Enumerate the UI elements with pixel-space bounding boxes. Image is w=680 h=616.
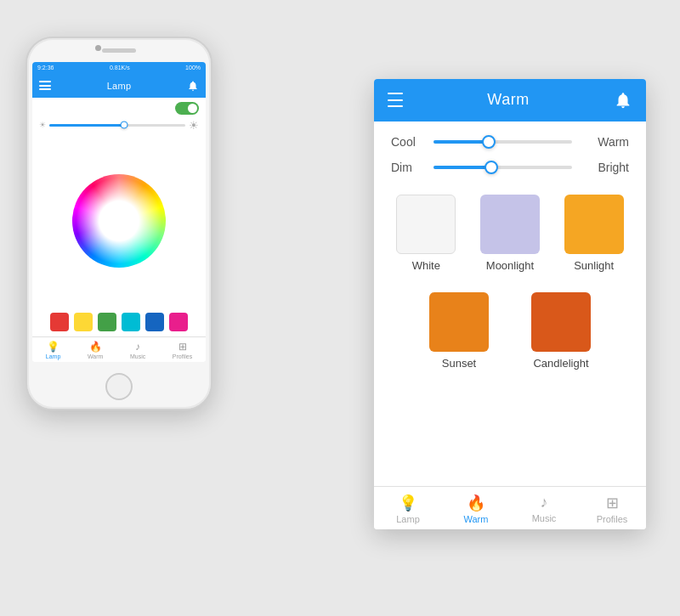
swatch-pink[interactable] bbox=[169, 313, 188, 331]
moonlight-swatch bbox=[480, 195, 540, 254]
cool-warm-slider[interactable] bbox=[434, 140, 572, 144]
preset-moonlight[interactable]: Moonlight bbox=[475, 195, 546, 272]
color-wheel[interactable] bbox=[72, 174, 166, 268]
phone-nav-lamp-label: Lamp bbox=[46, 353, 61, 359]
panel-menu-icon[interactable] bbox=[388, 93, 403, 107]
moonlight-label: Moonlight bbox=[486, 259, 534, 272]
sunlight-label: Sunlight bbox=[574, 259, 614, 272]
panel-nav-warm-label: Warm bbox=[464, 514, 489, 524]
bright-label: Bright bbox=[582, 161, 629, 174]
panel-nav-profiles-label: Profiles bbox=[597, 514, 628, 524]
dim-bright-row: Dim Bright bbox=[391, 161, 629, 174]
swatch-cyan[interactable] bbox=[122, 313, 140, 331]
warm-label: Warm bbox=[582, 135, 629, 149]
swatch-yellow[interactable] bbox=[74, 313, 93, 331]
phone-nav-lamp[interactable]: 💡 Lamp bbox=[46, 341, 61, 359]
lamp-icon: 💡 bbox=[47, 341, 60, 353]
music-icon: ♪ bbox=[135, 341, 140, 353]
power-toggle[interactable] bbox=[175, 102, 199, 115]
phone-camera bbox=[95, 45, 101, 51]
brightness-low-icon: ☀ bbox=[39, 121, 46, 129]
sunset-swatch bbox=[429, 292, 489, 352]
dim-label: Dim bbox=[391, 161, 423, 174]
phone-app-header: Lamp bbox=[32, 74, 206, 98]
phone-body: 9:2:36 0.81K/s 100% Lamp bbox=[26, 37, 212, 410]
sunlight-swatch bbox=[564, 195, 624, 254]
phone-nav-profiles-label: Profiles bbox=[173, 353, 192, 359]
scene: 9:2:36 0.81K/s 100% Lamp bbox=[8, 11, 672, 606]
profiles-icon: ⊞ bbox=[178, 341, 187, 353]
warm-icon: 🔥 bbox=[89, 341, 102, 353]
phone-device: 9:2:36 0.81K/s 100% Lamp bbox=[26, 37, 212, 410]
panel-bottom-nav: 💡 Lamp 🔥 Warm ♪ Music ⊞ Profiles bbox=[374, 486, 646, 529]
panel-header-title: Warm bbox=[487, 91, 529, 109]
brightness-row: ☀ ☀ bbox=[32, 117, 206, 133]
warm-panel: Warm Cool Warm Dim bbox=[374, 79, 646, 529]
phone-nav-warm[interactable]: 🔥 Warm bbox=[88, 341, 103, 359]
presets-row2: Sunset Candlelight bbox=[391, 292, 629, 378]
brightness-high-icon: ☀ bbox=[189, 119, 199, 132]
phone-menu-icon[interactable] bbox=[39, 81, 51, 90]
swatch-blue[interactable] bbox=[145, 313, 164, 331]
phone-bottom-nav: 💡 Lamp 🔥 Warm ♪ Music ⊞ Profiles bbox=[32, 336, 206, 362]
panel-warm-icon: 🔥 bbox=[467, 494, 485, 512]
panel-lamp-icon: 💡 bbox=[399, 494, 417, 512]
status-bar: 9:2:36 0.81K/s 100% bbox=[32, 62, 206, 74]
candlelight-swatch bbox=[531, 292, 591, 352]
phone-nav-warm-label: Warm bbox=[88, 353, 103, 359]
panel-header: Warm bbox=[374, 79, 646, 122]
cool-warm-row: Cool Warm bbox=[391, 135, 629, 149]
panel-nav-lamp[interactable]: 💡 Lamp bbox=[382, 494, 434, 524]
phone-header-title: Lamp bbox=[107, 81, 132, 91]
phone-bell-icon[interactable] bbox=[187, 80, 199, 92]
phone-nav-profiles[interactable]: ⊞ Profiles bbox=[173, 341, 192, 359]
candlelight-label: Candlelight bbox=[533, 357, 588, 370]
panel-nav-profiles[interactable]: ⊞ Profiles bbox=[586, 494, 638, 524]
phone-screen: 9:2:36 0.81K/s 100% Lamp bbox=[32, 62, 206, 362]
phone-home-button[interactable] bbox=[105, 373, 133, 400]
color-wheel-container bbox=[32, 133, 206, 309]
phone-nav-music-label: Music bbox=[130, 353, 145, 359]
toggle-row bbox=[32, 98, 206, 117]
preset-sunset[interactable]: Sunset bbox=[429, 292, 489, 370]
preset-candlelight[interactable]: Candlelight bbox=[531, 292, 591, 370]
presets-grid: White Moonlight Sunlight bbox=[391, 186, 629, 280]
phone-nav-music[interactable]: ♪ Music bbox=[130, 341, 145, 359]
panel-nav-lamp-label: Lamp bbox=[396, 514, 420, 524]
preset-white[interactable]: White bbox=[391, 195, 462, 272]
swatch-red[interactable] bbox=[50, 313, 69, 331]
phone-speaker bbox=[102, 48, 136, 53]
color-swatches bbox=[32, 309, 206, 336]
cool-label: Cool bbox=[391, 135, 423, 149]
white-swatch bbox=[396, 195, 456, 254]
preset-sunlight[interactable]: Sunlight bbox=[558, 195, 629, 272]
status-battery: 100% bbox=[185, 65, 201, 71]
status-time: 9:2:36 bbox=[37, 65, 54, 71]
panel-profiles-icon: ⊞ bbox=[606, 494, 619, 512]
panel-bell-icon[interactable] bbox=[614, 91, 632, 110]
swatch-green[interactable] bbox=[98, 313, 116, 331]
panel-body: Cool Warm Dim Bright W bbox=[374, 122, 646, 486]
panel-music-icon: ♪ bbox=[541, 494, 548, 511]
panel-nav-music-label: Music bbox=[532, 513, 557, 523]
white-label: White bbox=[412, 259, 440, 272]
dim-bright-slider[interactable] bbox=[434, 166, 572, 169]
status-signal: 0.81K/s bbox=[110, 65, 130, 71]
panel-nav-warm[interactable]: 🔥 Warm bbox=[450, 494, 502, 524]
brightness-slider[interactable] bbox=[49, 124, 185, 127]
sunset-label: Sunset bbox=[442, 357, 476, 370]
panel-nav-music[interactable]: ♪ Music bbox=[518, 494, 570, 524]
